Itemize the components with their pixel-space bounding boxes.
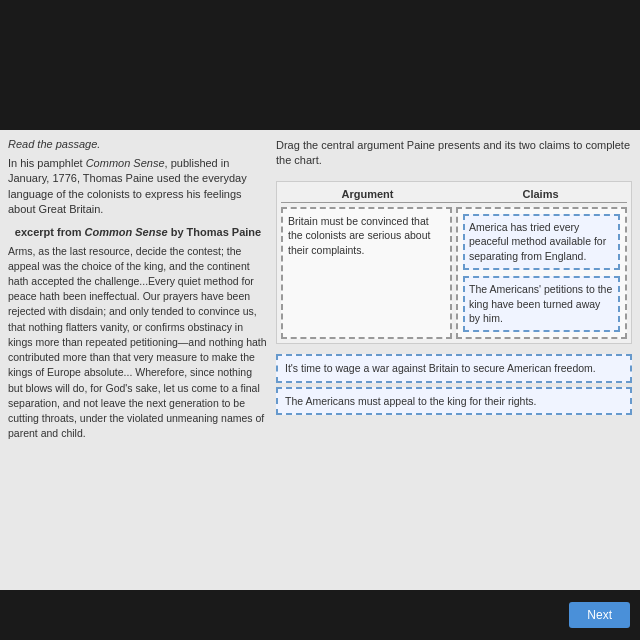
left-panel: Read the passage. In his pamphlet Common… bbox=[8, 138, 268, 582]
claims-cell: America has tried every peaceful method … bbox=[456, 207, 627, 339]
excerpt-title-post: by Thomas Paine bbox=[168, 226, 262, 238]
common-sense-title: Common Sense bbox=[86, 157, 165, 169]
excerpt-title-italic: Common Sense bbox=[85, 226, 168, 238]
excerpt-body: Arms, as the last resource, decide the c… bbox=[8, 244, 268, 442]
right-panel: Drag the central argument Paine presents… bbox=[276, 138, 632, 582]
argument-cell[interactable]: Britain must be convinced that the colon… bbox=[281, 207, 452, 339]
chart-row: Britain must be convinced that the colon… bbox=[281, 207, 627, 339]
excerpt-title-pre: excerpt from bbox=[15, 226, 85, 238]
intro-text-part1: In his pamphlet bbox=[8, 157, 86, 169]
intro-text: In his pamphlet Common Sense, published … bbox=[8, 156, 268, 218]
bottom-options: It's time to wage a war against Britain … bbox=[276, 354, 632, 415]
screen: Read the passage. In his pamphlet Common… bbox=[0, 0, 640, 640]
chart-area: Argument Claims Britain must be convince… bbox=[276, 181, 632, 344]
drag-instruction: Drag the central argument Paine presents… bbox=[276, 138, 632, 169]
bottom-bar: Next bbox=[0, 590, 640, 640]
content-area: Read the passage. In his pamphlet Common… bbox=[0, 130, 640, 590]
excerpt-title: excerpt from Common Sense by Thomas Pain… bbox=[8, 226, 268, 238]
argument-text: Britain must be convinced that the colon… bbox=[288, 215, 430, 256]
argument-col-header: Argument bbox=[281, 186, 454, 202]
option-item-2[interactable]: The Americans must appeal to the king fo… bbox=[276, 387, 632, 416]
claim-block-2[interactable]: The Americans' petitions to the king hav… bbox=[463, 276, 620, 332]
claims-col-header: Claims bbox=[454, 186, 627, 202]
chart-header: Argument Claims bbox=[281, 186, 627, 203]
option-item-1[interactable]: It's time to wage a war against Britain … bbox=[276, 354, 632, 383]
top-bar bbox=[0, 0, 640, 130]
read-passage-label: Read the passage. bbox=[8, 138, 268, 150]
claim-block-1[interactable]: America has tried every peaceful method … bbox=[463, 214, 620, 270]
next-button[interactable]: Next bbox=[569, 602, 630, 628]
